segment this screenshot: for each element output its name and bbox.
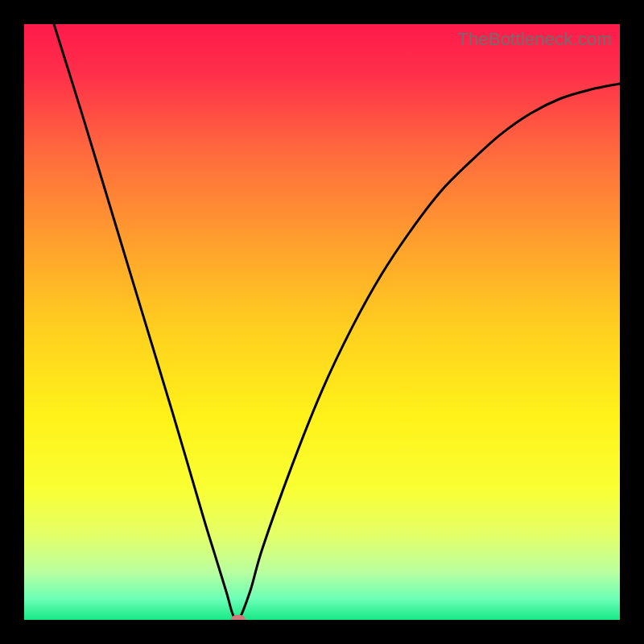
curve-layer: [24, 24, 620, 620]
optimum-marker: [231, 615, 246, 620]
chart-frame: TheBottleneck.com: [0, 0, 644, 644]
plot-area: TheBottleneck.com: [24, 24, 620, 620]
bottleneck-curve: [54, 24, 620, 620]
